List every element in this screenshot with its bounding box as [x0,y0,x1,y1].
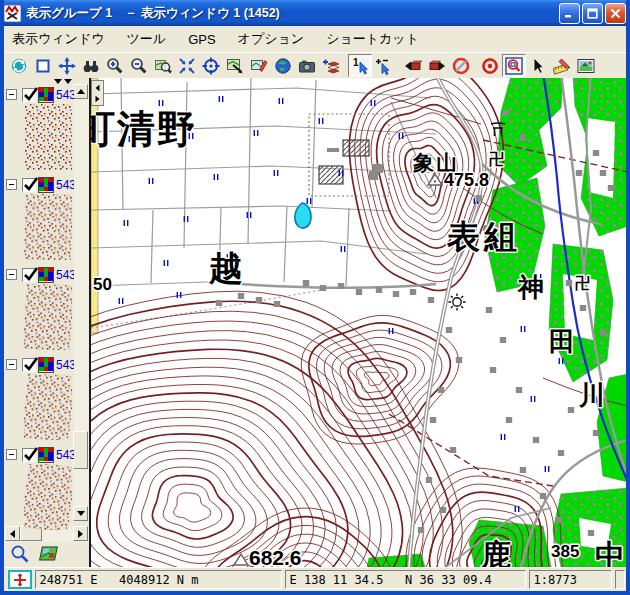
snapshot-button[interactable] [295,54,319,77]
menu-gps[interactable]: GPS [188,32,215,47]
scroll-down-button[interactable] [73,506,88,521]
layer-label[interactable]: 543 [56,178,74,192]
measure-button[interactable] [550,54,574,77]
layer-scroll-indicator[interactable] [52,78,74,85]
status-scale: 1:8773 [529,570,612,589]
temple-manji-symbol: 卍 [575,274,590,291]
layer-header: 543 [6,446,74,463]
map-canvas[interactable]: 町清野 越 表組 象山 475.8 神 田 川 50 682.6 385 中 鹿… [91,78,626,567]
layer-thumbnail[interactable] [24,464,72,530]
label-shika: 鹿 [480,538,511,567]
layer-label[interactable]: 543 [56,448,74,462]
layer-collapse-box[interactable] [6,179,17,190]
label-elev-mountain: 475.8 [444,170,489,190]
cursor-mode-plusminus-button[interactable] [372,54,396,77]
zoom-map-icon [154,57,172,75]
layer-thumbnail[interactable] [24,284,72,350]
label-koshi: 越 [208,249,243,287]
layer-checkbox[interactable] [22,268,36,282]
menu-shortcuts[interactable]: ショートカット [326,30,419,48]
layer-collapse-box[interactable] [6,269,17,280]
layer-label[interactable]: 543 [56,88,74,102]
maximize-button[interactable] [582,3,603,24]
sidebar-zoom-icon[interactable] [10,544,30,564]
zoom-rect-button[interactable] [502,54,526,77]
binoculars-icon [82,57,100,75]
layer-thumbnail[interactable] [24,194,72,260]
close-button[interactable] [605,3,626,24]
menu-tools[interactable]: ツール [127,30,167,48]
select-cursor-button[interactable] [526,54,550,77]
open-map-button[interactable] [223,54,247,77]
label-elev-east: 385 [551,542,579,561]
zoom-in-button[interactable] [103,54,127,77]
status-spacer [615,570,625,589]
center-position-button[interactable] [199,54,223,77]
layer-label[interactable]: 543 [56,358,74,372]
down-arrow-icon [77,511,85,516]
layer-thumbnail[interactable] [24,104,72,170]
title-bar[interactable]: 表示グループ 1 － 表示ウィンドウ 1 (1452) [0,0,630,26]
layer-row[interactable]: 543 [4,86,74,174]
layer-collapse-box[interactable] [6,359,17,370]
layer-type-icon [38,87,54,103]
label-elev-south: 682.6 [249,546,302,567]
maximize-icon [587,8,598,19]
menu-options[interactable]: オプション [238,30,305,48]
layer-row[interactable]: 543 [4,176,74,264]
layer-panel: 543543543543543 [4,78,89,567]
prohibit-icon [452,57,470,75]
prohibit-button[interactable] [449,54,473,77]
zoom-out-icon [130,57,148,75]
zoom-map-button[interactable] [151,54,175,77]
shrink-extent-button[interactable] [175,54,199,77]
layer-collapse-box[interactable] [6,449,17,460]
layer-checkbox[interactable] [22,88,36,102]
pane-splitter[interactable] [91,80,104,106]
scroll-right-button[interactable] [73,526,88,541]
camera-icon [298,57,316,75]
close-icon [610,8,621,19]
open-map-icon [226,57,244,75]
pan-button[interactable] [55,54,79,77]
layer-checkbox[interactable] [22,448,36,462]
step-next-button[interactable] [425,54,449,77]
layer-collapse-box[interactable] [6,89,17,100]
status-bar: 248751 E 4048912 N m E 138 11 34.5 N 36 … [4,567,626,591]
map-viewport[interactable]: 町清野 越 表組 象山 475.8 神 田 川 50 682.6 385 中 鹿… [89,78,626,567]
toolbar: 1 [4,52,626,78]
layer-header: 543 [6,86,74,103]
layer-checkbox[interactable] [22,178,36,192]
full-extent-button[interactable] [31,54,55,77]
menu-display-window[interactable]: 表示ウィンドウ [12,30,105,48]
cursor-mode-1-button[interactable]: 1 [348,54,372,77]
layer-checkbox[interactable] [22,358,36,372]
status-crosshair-button[interactable] [8,570,32,589]
step-prev-button[interactable] [401,54,425,77]
sidebar-map-icon[interactable] [37,544,59,564]
layer-label[interactable]: 543 [56,268,74,282]
center-target-icon [202,57,220,75]
layer-row[interactable]: 543 [4,356,74,444]
layer-row[interactable]: 543 [4,446,74,534]
gps-position-button[interactable] [478,54,502,77]
view-image-button[interactable] [574,54,598,77]
vscroll-thumb[interactable] [73,431,88,469]
layer-panel-vscrollbar[interactable] [74,84,89,521]
edit-map-button[interactable] [247,54,271,77]
add-map-button[interactable] [319,54,343,77]
image-icon [577,57,595,75]
minimize-button[interactable] [559,3,580,24]
label-river-1: 神 [516,272,544,302]
layer-thumbnail[interactable] [24,374,72,440]
check-icon [22,265,40,283]
redraw-button[interactable] [7,54,31,77]
scroll-up-button[interactable] [73,84,88,99]
layer-header: 543 [6,266,74,283]
earth-view-button[interactable] [271,54,295,77]
check-icon [22,85,40,103]
layer-row[interactable]: 543 [4,266,74,354]
overview-button[interactable] [79,54,103,77]
zoom-out-button[interactable] [127,54,151,77]
redraw-icon [10,57,28,75]
